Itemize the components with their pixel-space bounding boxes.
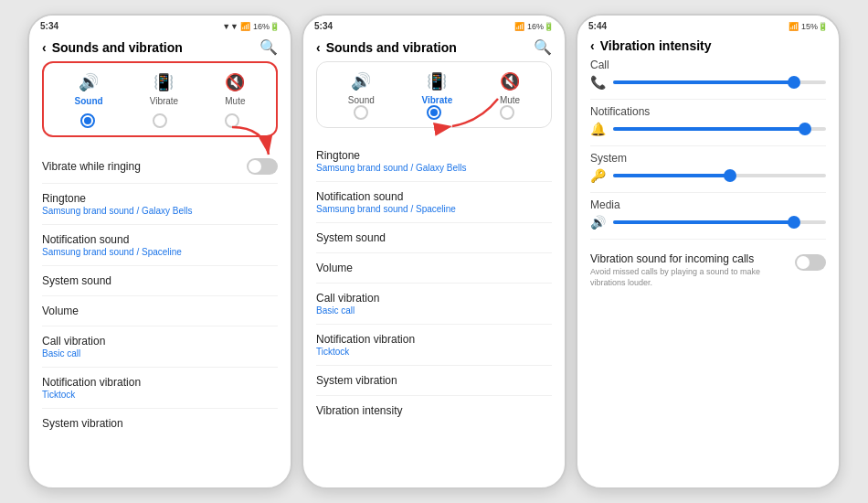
ringtone-text-2: Ringtone Samsung brand sound / Galaxy Be… — [316, 149, 467, 173]
radio-row-2 — [324, 105, 544, 120]
ringtone-text-1: Ringtone Samsung brand sound / Galaxy Be… — [42, 192, 193, 216]
vib-sound-toggle[interactable] — [795, 254, 826, 271]
notifications-slider-fill — [613, 127, 805, 131]
vibrate-while-ringing-label-container: Vibrate while ringing — [42, 160, 141, 173]
back-button-3[interactable]: ‹ Vibration intensity — [590, 38, 712, 53]
system-vibration-label-2: System vibration — [316, 374, 397, 387]
notifications-text: Notifications — [590, 105, 650, 118]
radio-sound-2[interactable] — [354, 105, 368, 120]
mute-label-2: Mute — [500, 95, 520, 105]
vibrate-label-1: Vibrate — [150, 96, 179, 106]
notification-vibration-text-2: Notification vibration Ticktock — [316, 333, 415, 357]
notification-sound-text-1: Notification sound Samsung brand sound /… — [42, 233, 182, 257]
sound-modes-icons-row-2: 🔊 Sound 📳 Vibrate — [324, 71, 544, 105]
media-intensity-label: Media — [590, 198, 826, 211]
media-slider-thumb[interactable] — [788, 216, 800, 229]
notifications-slider-thumb[interactable] — [799, 123, 811, 135]
mode-sound-2[interactable]: 🔊 Sound — [348, 71, 375, 105]
media-slider-fill — [613, 220, 794, 224]
media-slider-row: 🔊 — [590, 215, 826, 230]
notification-sound-sublabel-1: Samsung brand sound / Spaceline — [42, 247, 182, 257]
notification-vibration-label-2: Notification vibration — [316, 333, 415, 346]
radio-vibrate-1[interactable] — [153, 113, 167, 128]
system-sound-label-2: System sound — [316, 231, 386, 244]
vibration-intensity-row-2[interactable]: Vibration intensity — [316, 396, 552, 425]
ringtone-sublabel-2: Samsung brand sound / Galaxy Bells — [316, 163, 467, 173]
status-icons-2: 📶 16%🔋 — [514, 22, 554, 31]
radio-sound-1[interactable] — [80, 113, 95, 128]
divider-4 — [590, 239, 826, 240]
notification-sound-row-2[interactable]: Notification sound Samsung brand sound /… — [316, 182, 552, 223]
volume-row-2[interactable]: Volume — [316, 253, 552, 284]
mode-mute-2[interactable]: 🔇 Mute — [500, 71, 520, 105]
system-sound-row-2[interactable]: System sound — [316, 223, 552, 253]
notification-vibration-row-2[interactable]: Notification vibration Ticktock — [316, 325, 552, 366]
top-bar-2: ‹ Sounds and vibration 🔍 — [303, 33, 565, 61]
call-vibration-label-1: Call vibration — [42, 335, 105, 348]
call-vibration-sublabel-1: Basic call — [42, 348, 105, 359]
phone-screen-1: 5:34 ▼▼ 📶 16%🔋 ‹ Sounds and vibration 🔍 … — [27, 14, 292, 489]
call-vibration-row-2[interactable]: Call vibration Basic call — [316, 284, 552, 325]
status-time-1: 5:34 — [40, 21, 58, 31]
mode-mute-1[interactable]: 🔇 Mute — [225, 72, 245, 106]
media-slider-track[interactable] — [613, 220, 826, 224]
back-button-2[interactable]: ‹ Sounds and vibration — [316, 40, 457, 55]
notifications-slider-row: 🔔 — [590, 122, 826, 136]
ringtone-sublabel-1: Samsung brand sound / Galaxy Bells — [42, 206, 193, 216]
call-slider-fill — [613, 80, 794, 84]
system-vibration-label-1: System vibration — [42, 417, 123, 430]
mute-label-1: Mute — [225, 96, 245, 106]
notifications-slider-track[interactable] — [613, 127, 826, 131]
vib-sound-title: Vibration sound for incoming calls — [590, 252, 788, 265]
notification-vibration-sublabel-2: Ticktock — [316, 347, 415, 357]
system-vibration-row-2[interactable]: System vibration — [316, 366, 552, 396]
volume-row-1[interactable]: Volume — [42, 296, 278, 326]
notification-sound-row-1[interactable]: Notification sound Samsung brand sound /… — [42, 225, 278, 266]
radio-vibrate-2[interactable] — [427, 105, 441, 120]
status-time-3: 5:44 — [588, 21, 607, 31]
ringtone-label-2: Ringtone — [316, 149, 467, 162]
call-slider-row: 📞 — [590, 75, 826, 90]
back-chevron-3: ‹ — [590, 38, 595, 53]
mode-sound-1[interactable]: 🔊 Sound — [75, 72, 103, 106]
system-slider-track[interactable] — [613, 174, 826, 177]
back-button-1[interactable]: ‹ Sounds and vibration — [42, 40, 183, 55]
call-slider-icon: 📞 — [590, 75, 606, 90]
call-intensity-section: Call 📞 — [590, 59, 826, 90]
call-vibration-label-2: Call vibration — [316, 292, 379, 305]
notification-vibration-sublabel-1: Ticktock — [42, 390, 141, 400]
top-bar-1: ‹ Sounds and vibration 🔍 — [29, 33, 291, 61]
vibrate-ringing-toggle[interactable] — [247, 158, 278, 175]
search-icon-2[interactable]: 🔍 — [534, 38, 552, 56]
system-intensity-label: System — [590, 152, 826, 165]
system-slider-thumb[interactable] — [724, 169, 736, 182]
radio-mute-1[interactable] — [225, 113, 239, 128]
mode-vibrate-1[interactable]: 📳 Vibrate — [150, 72, 179, 106]
back-chevron-1: ‹ — [42, 40, 47, 55]
system-vibration-row-1[interactable]: System vibration — [42, 409, 278, 438]
ringtone-row-1[interactable]: Ringtone Samsung brand sound / Galaxy Be… — [42, 184, 278, 225]
notification-sound-label-2: Notification sound — [316, 190, 456, 203]
call-slider-track[interactable] — [613, 80, 826, 84]
status-time-2: 5:34 — [314, 21, 333, 31]
ringtone-row-2[interactable]: Ringtone Samsung brand sound / Galaxy Be… — [316, 141, 552, 182]
call-vibration-sublabel-2: Basic call — [316, 305, 379, 316]
system-slider-row: 🔑 — [590, 168, 826, 183]
mode-vibrate-2[interactable]: 📳 Vibrate — [421, 71, 452, 105]
page-content-3: Call 📞 Notifications 🔔 — [577, 59, 839, 487]
divider-3 — [590, 192, 826, 193]
divider-2 — [590, 145, 826, 146]
system-sound-row-1[interactable]: System sound — [42, 266, 278, 296]
notification-vibration-row-1[interactable]: Notification vibration Ticktock — [42, 368, 278, 409]
radio-row-1 — [51, 113, 269, 128]
notifications-slider-icon: 🔔 — [590, 122, 606, 136]
status-bar-3: 5:44 📶 15%🔋 — [577, 16, 839, 33]
radio-mute-2[interactable] — [500, 105, 514, 120]
call-vibration-row-1[interactable]: Call vibration Basic call — [42, 326, 278, 368]
call-slider-thumb[interactable] — [788, 76, 800, 89]
ringtone-label-1: Ringtone — [42, 192, 193, 205]
notification-vibration-text-1: Notification vibration Ticktock — [42, 376, 141, 400]
media-slider-icon: 🔊 — [590, 215, 606, 230]
search-icon-1[interactable]: 🔍 — [259, 38, 278, 56]
status-bar-2: 5:34 📶 16%🔋 — [303, 16, 565, 33]
